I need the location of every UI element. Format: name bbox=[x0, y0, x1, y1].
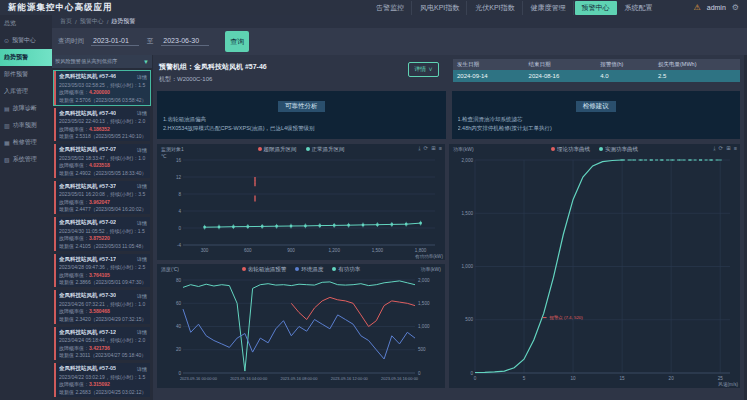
toolbox-icon[interactable]: ⤓ bbox=[418, 145, 420, 152]
legend-item-理论功率曲线[interactable]: 理论功率曲线 bbox=[551, 146, 590, 153]
alarm-card-badge[interactable]: 详情 bbox=[137, 366, 147, 372]
legend-item-有功功率[interactable]: 有功功率 bbox=[332, 266, 360, 273]
alarm-card[interactable]: 金凤科技站风机 #57-40详情2023/05/02 22:40:13，持续(小… bbox=[54, 108, 150, 142]
svg-text:80: 80 bbox=[176, 277, 182, 282]
alarm-card-list: 金凤科技站风机 #57-46详情2023/05/03 02:58:25，持续(小… bbox=[52, 68, 152, 400]
sidebar-item-总览[interactable]: 总览 bbox=[0, 15, 52, 32]
sidebar-item-检修管理[interactable]: ▦检修管理 bbox=[0, 134, 52, 151]
toolbox-icon[interactable]: ≡ bbox=[439, 145, 442, 152]
alarm-card[interactable]: 金凤科技站风机 #57-02详情2023/04/30 11:05:52，持续(小… bbox=[54, 217, 150, 251]
nav-tab-健康度管理[interactable]: 健康度管理 bbox=[524, 1, 574, 15]
alarm-table-header-row: 发生日期结束日期报警值(h)损失电量(MWh) bbox=[453, 59, 740, 70]
alarm-card-badge[interactable]: 详情 bbox=[137, 183, 147, 189]
alarm-card-prob-value: 3.315092 bbox=[89, 381, 110, 387]
alarm-card[interactable]: 金凤科技站风机 #57-12详情2023/04/24 05:18:44，持续(小… bbox=[54, 327, 150, 361]
alarm-card-badge[interactable]: 详情 bbox=[137, 74, 147, 80]
alarm-card-badge[interactable]: 详情 bbox=[137, 110, 147, 116]
legend-item-正常温升区间[interactable]: 正常温升区间 bbox=[306, 146, 345, 153]
legend-item-超限温升区间[interactable]: 超限温升区间 bbox=[258, 146, 297, 153]
alarm-card-title: 金凤科技站风机 #57-40 bbox=[59, 110, 116, 117]
sidebar-item-入库管理[interactable]: 入库管理 bbox=[0, 83, 52, 100]
sidebar-item-部件预警[interactable]: 部件预警 bbox=[0, 66, 52, 83]
nav-tab-预警中心[interactable]: 预警中心 bbox=[575, 1, 617, 15]
legend-item-实测功率曲线[interactable]: 实测功率曲线 bbox=[599, 146, 638, 153]
alarm-card[interactable]: 金凤科技站风机 #57-17详情2023/04/28 09:47:36，持续(小… bbox=[54, 254, 150, 288]
charts-grid: 监测对象1℃超限温升区间正常温升区间⤓⟳⊞≡1612840-4300600900… bbox=[157, 144, 740, 388]
end-date-field[interactable]: 2023-06-30 bbox=[161, 37, 209, 46]
legend-item-环境温度[interactable]: 环境温度 bbox=[295, 266, 323, 273]
alarm-card-prob: 故障概率值：3.962047 bbox=[59, 199, 147, 205]
svg-text:0: 0 bbox=[178, 225, 181, 230]
start-date-field[interactable]: 2023-01-01 bbox=[91, 37, 139, 46]
sidebar-item-预警中心[interactable]: ⊙预警中心 bbox=[0, 32, 52, 49]
toolbox-icon[interactable]: ⊞ bbox=[726, 145, 731, 152]
alarm-table-row[interactable]: 2024-09-142024-08-164.02.5 bbox=[453, 70, 740, 82]
chart-temp-scatter-panel: 监测对象1℃超限温升区间正常温升区间⤓⟳⊞≡1612840-4300600900… bbox=[157, 144, 445, 260]
svg-text:1,200: 1,200 bbox=[328, 247, 340, 252]
alarm-card-badge[interactable]: 详情 bbox=[137, 329, 147, 335]
info-box-检修建议: 检修建议1.检查润滑油冷却系统滤芯2.48h内安排停机检修(按计划工单执行) bbox=[452, 91, 741, 139]
alarm-card-time: 2023/05/03 02:58:25，持续(小时)：1.5 bbox=[59, 82, 147, 88]
svg-text:0: 0 bbox=[418, 370, 421, 375]
alarm-card-title: 金凤科技站风机 #57-46 bbox=[59, 73, 116, 80]
sort-select[interactable]: 按风险预警值从高到低排序 ▼ bbox=[52, 55, 152, 68]
nav-tab-告警监控[interactable]: 告警监控 bbox=[369, 1, 412, 15]
alarm-card-prob-value: 3.580468 bbox=[89, 308, 110, 314]
alarm-card-latest: 最新值 2.4477（2023/05/04 16:20:02） bbox=[59, 206, 147, 212]
detail-button[interactable]: 详情 ∨ bbox=[408, 62, 439, 77]
legend-item-齿轮箱油温预警[interactable]: 齿轮箱油温预警 bbox=[242, 266, 287, 273]
alarm-table-body: 2024-09-142024-08-164.02.5 bbox=[453, 70, 740, 82]
device-info: 预警机组：金凤科技站风机 #57-46 机型：W2000C-106 详情 ∨ bbox=[157, 59, 445, 87]
svg-text:4: 4 bbox=[178, 208, 181, 213]
nav-tab-光伏KPI指数[interactable]: 光伏KPI指数 bbox=[468, 1, 522, 15]
alarm-card-badge[interactable]: 详情 bbox=[137, 220, 147, 226]
toolbox-icon[interactable]: ⟳ bbox=[719, 145, 724, 152]
alarm-card[interactable]: 金凤科技站风机 #57-05详情2023/04/22 03:02:19，持续(小… bbox=[54, 363, 150, 397]
alarm-card-row1: 金凤科技站风机 #57-07详情 bbox=[59, 146, 147, 153]
alarm-card-badge[interactable]: 详情 bbox=[137, 147, 147, 153]
device-header: 预警机组：金凤科技站风机 #57-46 机型：W2000C-106 详情 ∨ 发… bbox=[157, 59, 740, 87]
toolbox-icon[interactable]: ⊞ bbox=[431, 145, 436, 152]
alarm-card-title: 金凤科技站风机 #57-02 bbox=[59, 219, 116, 226]
breadcrumb-item[interactable]: 首页 bbox=[60, 17, 72, 26]
gear-icon[interactable]: ⚙ bbox=[732, 3, 739, 12]
alarm-table: 发生日期结束日期报警值(h)损失电量(MWh) 2024-09-142024-0… bbox=[453, 59, 740, 87]
svg-text:1,500: 1,500 bbox=[418, 301, 430, 306]
alarm-card[interactable]: 金凤科技站风机 #57-46详情2023/05/03 02:58:25，持续(小… bbox=[54, 71, 150, 105]
alarm-card[interactable]: 金凤科技站风机 #57-37详情2023/05/01 16:20:08，持续(小… bbox=[54, 181, 150, 215]
user-name[interactable]: admin bbox=[707, 4, 726, 11]
funnel-icon[interactable]: ▼ bbox=[143, 59, 149, 65]
alarm-card-latest: 最新值 2.3420（2023/04/29 07:32:15） bbox=[59, 316, 147, 322]
toolbox-icon[interactable]: ≡ bbox=[734, 145, 737, 152]
breadcrumb-item[interactable]: 趋势预警 bbox=[111, 17, 135, 26]
alarm-card[interactable]: 金凤科技站风机 #57-07详情2023/05/02 18:33:47，持续(小… bbox=[54, 144, 150, 178]
svg-text:500: 500 bbox=[465, 317, 473, 322]
sidebar-item-功率预测[interactable]: ▥功率预测 bbox=[0, 117, 52, 134]
breadcrumb-item[interactable]: 预警中心 bbox=[80, 17, 104, 26]
query-button[interactable]: 查询 bbox=[225, 31, 249, 52]
alarm-card-row1: 金凤科技站风机 #57-02详情 bbox=[59, 219, 147, 226]
sidebar-item-故障诊断[interactable]: ▤故障诊断 bbox=[0, 100, 52, 117]
alarm-card-badge[interactable]: 详情 bbox=[137, 293, 147, 299]
chart-legend: 理论功率曲线实测功率曲线 bbox=[449, 146, 740, 153]
sidebar-item-趋势预警[interactable]: 趋势预警 bbox=[0, 49, 52, 66]
sidebar-item-icon: ▤ bbox=[4, 105, 10, 112]
app-header: 新能源集控中心高级应用 告警监控风电KPI指数光伏KPI指数健康度管理预警中心系… bbox=[0, 0, 747, 15]
app-title: 新能源集控中心高级应用 bbox=[8, 2, 113, 14]
chart-legend: 超限温升区间正常温升区间 bbox=[157, 146, 445, 153]
alarm-card-prob: 故障概率值：3.764105 bbox=[59, 272, 147, 278]
alarm-card-latest: 最新值 2.4105（2023/05/03 11:05:48） bbox=[59, 243, 147, 249]
toolbox-icon[interactable]: ⟳ bbox=[424, 145, 429, 152]
sidebar-item-系统管理[interactable]: ▧系统管理 bbox=[0, 151, 52, 168]
svg-text:2,000: 2,000 bbox=[418, 277, 430, 282]
svg-text:2023-09-16 12:00:00: 2023-09-16 12:00:00 bbox=[331, 375, 369, 380]
breadcrumb-separator: / bbox=[107, 19, 109, 25]
nav-tab-系统配置[interactable]: 系统配置 bbox=[618, 1, 660, 15]
alarm-card-badge[interactable]: 详情 bbox=[137, 256, 147, 262]
nav-tab-风电KPI指数[interactable]: 风电KPI指数 bbox=[413, 1, 467, 15]
legend-label: 齿轮箱油温预警 bbox=[248, 266, 287, 273]
warning-triangle-icon[interactable]: ⚠ bbox=[694, 3, 701, 12]
alarm-card[interactable]: 金凤科技站风机 #57-30详情2023/04/26 07:32:21，持续(小… bbox=[54, 290, 150, 324]
chart-timeseries-panel: 温度(℃)功率(kW)齿轮箱油温预警环境温度有功功率8060402002,000… bbox=[157, 264, 445, 388]
toolbox-icon[interactable]: ⤓ bbox=[713, 145, 715, 152]
